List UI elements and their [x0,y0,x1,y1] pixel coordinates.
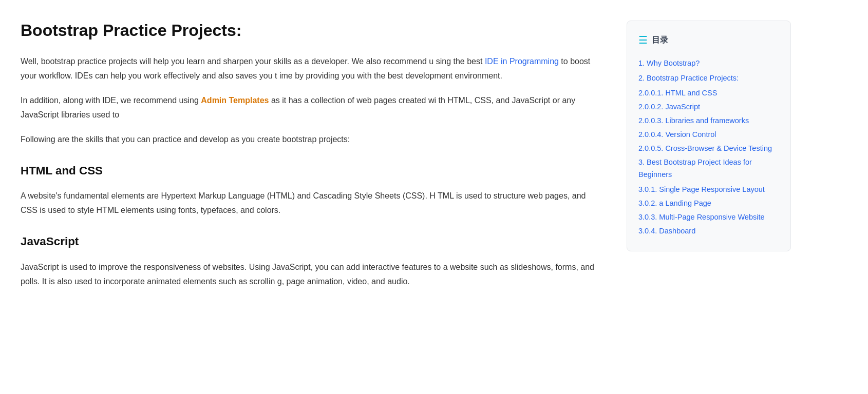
toc-item-why-bootstrap: 1. Why Bootstrap? [638,57,779,69]
toc-link-version-control[interactable]: 2.0.0.4. Version Control [638,130,716,139]
intro-paragraph-1: Well, bootstrap practice projects will h… [21,54,596,83]
toc-header: ☰ 目录 [638,31,779,49]
admin-templates-link[interactable]: Admin Templates [201,96,269,105]
page-layout: Bootstrap Practice Projects: Well, boots… [0,0,868,394]
main-content: Bootstrap Practice Projects: Well, boots… [21,21,606,373]
toc-item-javascript: 2.0.0.2. JavaScript [638,101,779,113]
toc-link-best-bootstrap[interactable]: 3. Best Bootstrap Project Ideas for Begi… [638,158,752,179]
toc-link-single-page[interactable]: 3.0.1. Single Page Responsive Layout [638,185,765,193]
javascript-paragraph: JavaScript is used to improve the respon… [21,260,596,289]
toc-link-landing-page[interactable]: 3.0.2. a Landing Page [638,199,711,207]
toc-list: 1. Why Bootstrap? 2. Bootstrap Practice … [638,57,779,237]
toc-link-libraries[interactable]: 2.0.0.3. Libraries and frameworks [638,116,749,125]
toc-item-bootstrap-practice: 2. Bootstrap Practice Projects: [638,72,779,84]
toc-link-javascript[interactable]: 2.0.0.2. JavaScript [638,103,700,111]
toc-link-why-bootstrap[interactable]: 1. Why Bootstrap? [638,59,700,67]
toc-item-multi-page: 3.0.3. Multi-Page Responsive Website [638,211,779,223]
toc-sidebar: ☰ 目录 1. Why Bootstrap? 2. Bootstrap Prac… [627,21,791,373]
toc-icon: ☰ [638,31,648,49]
toc-link-dashboard[interactable]: 3.0.4. Dashboard [638,227,695,235]
toc-link-html-css[interactable]: 2.0.0.1. HTML and CSS [638,89,717,97]
intro-paragraph-2: In addition, along with IDE, we recommen… [21,93,596,122]
ide-link[interactable]: IDE in Programming [485,57,559,66]
toc-item-best-bootstrap: 3. Best Bootstrap Project Ideas for Begi… [638,156,779,181]
intro1-before: Well, bootstrap practice projects will h… [21,57,485,66]
toc-item-dashboard: 3.0.4. Dashboard [638,225,779,237]
page-title: Bootstrap Practice Projects: [21,21,596,40]
toc-card: ☰ 目录 1. Why Bootstrap? 2. Bootstrap Prac… [627,21,791,251]
intro2-before: In addition, along with IDE, we recommen… [21,96,201,105]
toc-item-cross-browser: 2.0.0.5. Cross-Browser & Device Testing [638,142,779,154]
toc-link-bootstrap-practice[interactable]: 2. Bootstrap Practice Projects: [638,74,739,82]
toc-link-multi-page[interactable]: 3.0.3. Multi-Page Responsive Website [638,213,765,221]
javascript-heading: JavaScript [21,232,596,251]
intro-paragraph-3: Following are the skills that you can pr… [21,132,596,147]
toc-item-landing-page: 3.0.2. a Landing Page [638,197,779,209]
toc-item-single-page: 3.0.1. Single Page Responsive Layout [638,183,779,195]
html-css-heading: HTML and CSS [21,161,596,181]
toc-item-html-css: 2.0.0.1. HTML and CSS [638,87,779,99]
toc-item-version-control: 2.0.0.4. Version Control [638,128,779,141]
toc-item-libraries: 2.0.0.3. Libraries and frameworks [638,114,779,127]
html-css-paragraph: A website's fundamental elements are Hyp… [21,189,596,218]
toc-title: 目录 [652,33,668,47]
toc-link-cross-browser[interactable]: 2.0.0.5. Cross-Browser & Device Testing [638,144,772,152]
